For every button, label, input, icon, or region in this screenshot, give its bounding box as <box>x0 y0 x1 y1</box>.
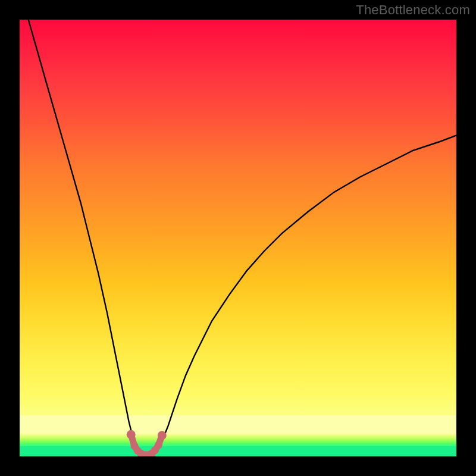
marker-dot <box>155 441 162 449</box>
chart-frame: TheBottleneck.com <box>0 0 476 476</box>
watermark-text: TheBottleneck.com <box>356 2 470 18</box>
marker-dot <box>127 430 136 439</box>
plot-area <box>20 20 456 456</box>
markers-svg <box>20 20 456 456</box>
marker-dot <box>158 431 167 440</box>
highlight-markers <box>127 430 167 456</box>
